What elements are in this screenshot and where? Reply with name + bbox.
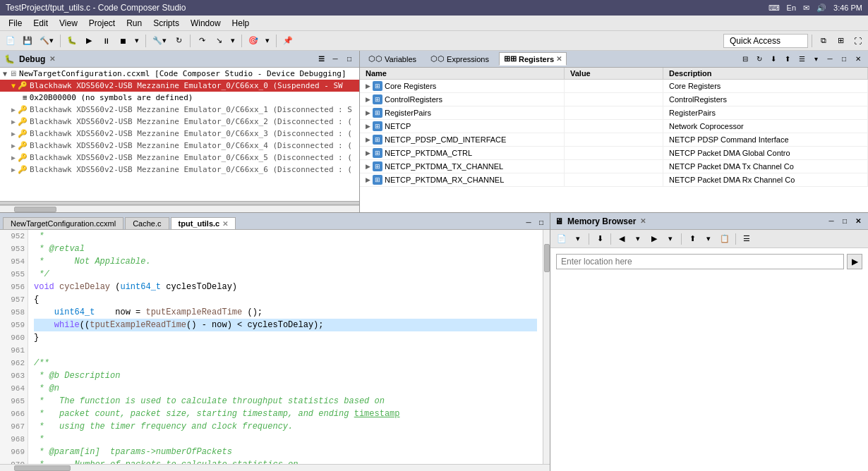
debug-menu-btn[interactable]: ☰ [315, 54, 327, 65]
step-dropdown[interactable]: ▾ [228, 35, 238, 47]
editor-scrollbar-thumb-x[interactable] [14, 465, 71, 471]
debug-panel: 🐛 Debug ✕ ☰ ─ □ ▼ 🖥 NewTargetConfigurati… [0, 51, 360, 212]
resume-btn[interactable]: ▶ [81, 33, 97, 49]
editor-scrollbar-y[interactable] [543, 230, 550, 464]
reg-down-btn[interactable]: ▾ [810, 54, 821, 65]
editor-minimize-btn[interactable]: ─ [523, 216, 534, 228]
line-num-957: 957 [3, 293, 25, 306]
mem-menu-btn[interactable]: ☰ [740, 232, 754, 246]
memory-go-btn[interactable]: ▶ [847, 254, 862, 269]
terminate-btn[interactable]: ⏹ [115, 33, 131, 49]
debug-dropdown[interactable]: ▾ [132, 35, 142, 47]
mem-back-down-btn[interactable]: ▾ [631, 232, 645, 246]
tool-dropdown1[interactable]: 🔧▾ [150, 35, 169, 47]
reg-maximize-btn[interactable]: □ [838, 54, 850, 65]
mem-import-btn[interactable]: ⬇ [593, 232, 607, 246]
save-btn[interactable]: 💾 [20, 33, 35, 49]
reg-row-netcp-pktdma-rx[interactable]: ▶⊞NETCP_PKTDMA_RX_CHANNEL NETCP Packet D… [360, 173, 868, 187]
debug-disc-item-1[interactable]: ▶ 🔑 Blackhawk XDS560v2-USB Mezzanine Emu… [0, 104, 359, 116]
open-perspective-btn[interactable]: ⊞ [833, 33, 848, 49]
memory-maximize-btn[interactable]: □ [839, 216, 850, 227]
menu-window[interactable]: Window [185, 17, 227, 30]
debug-active-item[interactable]: ▼ 🔑 Blackhawk XDS560v2-USB Mezzanine Emu… [0, 80, 359, 92]
reg-close-btn[interactable]: ✕ [852, 54, 864, 65]
reg-minimize-btn[interactable]: ─ [824, 54, 836, 65]
reg-row-netcp-pktdma-ctrl[interactable]: ▶⊞NETCP_PKTDMA_CTRL NETCP Packet DMA Glo… [360, 147, 868, 160]
tab-expressions[interactable]: ⬡⬡ Expressions [426, 53, 493, 65]
mem-export-btn[interactable]: ⬆ [685, 232, 699, 246]
reg-refresh-btn[interactable]: ↻ [754, 54, 765, 65]
debug-disc-item-5[interactable]: ▶ 🔑 Blackhawk XDS560v2-USB Mezzanine Emu… [0, 152, 359, 164]
menu-run[interactable]: Run [121, 17, 147, 30]
code-line-965: * The function is used to calculate thro… [34, 395, 537, 408]
menu-project[interactable]: Project [83, 17, 121, 30]
pin-btn[interactable]: 📌 [280, 33, 296, 49]
menu-view[interactable]: View [54, 17, 83, 30]
target-dropdown[interactable]: ▾ [263, 35, 272, 47]
mem-export-down-btn[interactable]: ▾ [701, 232, 716, 246]
mem-copy-btn[interactable]: 📋 [718, 232, 732, 246]
tab-cache[interactable]: Cache.c [125, 217, 169, 229]
debug-panel-header: 🐛 Debug ✕ ☰ ─ □ [0, 51, 359, 68]
reg-row-netcp-pdsp[interactable]: ▶⊞NETCP_PDSP_CMD_INTERFACE NETCP PDSP Co… [360, 133, 868, 147]
sep4 [241, 35, 242, 47]
tab-tpututils[interactable]: tput_utils.c ✕ [171, 217, 236, 229]
debug-minimize-btn[interactable]: ─ [330, 54, 341, 65]
menu-file[interactable]: File [3, 17, 28, 30]
debug-disc-item-4[interactable]: ▶ 🔑 Blackhawk XDS560v2-USB Mezzanine Emu… [0, 140, 359, 152]
editor-maximize-btn[interactable]: □ [536, 216, 547, 228]
editor-scrollbar-x[interactable] [0, 464, 550, 471]
stepinto-btn[interactable]: ↘ [211, 33, 227, 49]
reg-row-core[interactable]: ▶⊞Core Registers Core Registers [360, 80, 868, 93]
speaker-icon: 🔊 [816, 4, 826, 13]
perspective-btn[interactable]: ⧉ [816, 33, 831, 49]
code-area[interactable]: * * @retval * Not Applicable. */ void cy… [28, 230, 543, 464]
debug-scroll-x[interactable] [0, 205, 359, 212]
reg-export-btn[interactable]: ⬆ [782, 54, 793, 65]
debug-tree: ▼ 🖥 NewTargetConfiguration.ccxml [Code C… [0, 68, 359, 201]
target-btn[interactable]: 🎯 [246, 33, 261, 49]
menu-scripts[interactable]: Scripts [147, 17, 185, 30]
tab-newtarget[interactable]: NewTargetConfiguration.ccxml [3, 217, 123, 229]
build-dropdown[interactable]: 🔨▾ [37, 35, 56, 47]
debug-maximize-btn[interactable]: □ [344, 54, 355, 65]
reg-collapse-btn[interactable]: ⊟ [740, 54, 751, 65]
memory-close-btn[interactable]: ✕ [852, 216, 864, 227]
menu-help[interactable]: Help [227, 17, 255, 30]
reg-row-control[interactable]: ▶⊞ControlRegisters ControlRegisters [360, 93, 868, 106]
debug-disc-item-6[interactable]: ▶ 🔑 Blackhawk XDS560v2-USB Mezzanine Emu… [0, 164, 359, 176]
debug-disc-item-2[interactable]: ▶ 🔑 Blackhawk XDS560v2-USB Mezzanine Emu… [0, 116, 359, 128]
debug-root-item[interactable]: ▼ 🖥 NewTargetConfiguration.ccxml [Code C… [0, 68, 359, 80]
editor-scrollbar-thumb-y[interactable] [544, 244, 550, 272]
debug-disc-item-3[interactable]: ▶ 🔑 Blackhawk XDS560v2-USB Mezzanine Emu… [0, 128, 359, 140]
new-btn[interactable]: 📄 [3, 33, 18, 49]
mem-back-btn[interactable]: ◀ [615, 232, 629, 246]
debug-close-icon[interactable]: ✕ [49, 55, 55, 63]
menu-edit[interactable]: Edit [28, 17, 54, 30]
mem-new-btn[interactable]: 📄 [555, 232, 569, 246]
debug-sub-item[interactable]: ≡ 0x20B00000 (no symbols are defined) [0, 92, 359, 104]
memory-location-input[interactable] [556, 254, 844, 269]
tab-registers[interactable]: ⊞⊞ Registers ✕ [499, 52, 567, 66]
debug-scroll-thumb[interactable] [14, 207, 56, 212]
memory-close-icon[interactable]: ✕ [640, 217, 646, 225]
reg-menu-btn[interactable]: ☰ [796, 54, 807, 65]
tab-variables[interactable]: ⬡⬡ Variables [364, 53, 421, 65]
code-line-957: { [34, 293, 537, 306]
memory-minimize-btn[interactable]: ─ [826, 216, 837, 227]
reg-row-netcp[interactable]: ▶⊞NETCP Network Coprocessor [360, 120, 868, 133]
quick-access-box[interactable]: Quick Access [723, 34, 808, 48]
reg-import-btn[interactable]: ⬇ [768, 54, 779, 65]
tpututils-tab-close[interactable]: ✕ [222, 220, 228, 228]
reg-row-regpairs[interactable]: ▶⊞RegisterPairs RegisterPairs [360, 106, 868, 120]
fullscreen-btn[interactable]: ⛶ [850, 33, 865, 49]
refresh-btn[interactable]: ↻ [171, 33, 186, 49]
mem-fwd-down-btn[interactable]: ▾ [663, 232, 677, 246]
suspend-btn[interactable]: ⏸ [98, 33, 114, 49]
stepover-btn[interactable]: ↷ [194, 33, 210, 49]
debug-btn[interactable]: 🐛 [64, 33, 80, 49]
mem-down-btn[interactable]: ▾ [571, 232, 585, 246]
mem-fwd-btn[interactable]: ▶ [647, 232, 661, 246]
reg-row-netcp-pktdma-tx[interactable]: ▶⊞NETCP_PKTDMA_TX_CHANNEL NETCP Packet D… [360, 160, 868, 173]
registers-close-icon[interactable]: ✕ [556, 55, 562, 63]
